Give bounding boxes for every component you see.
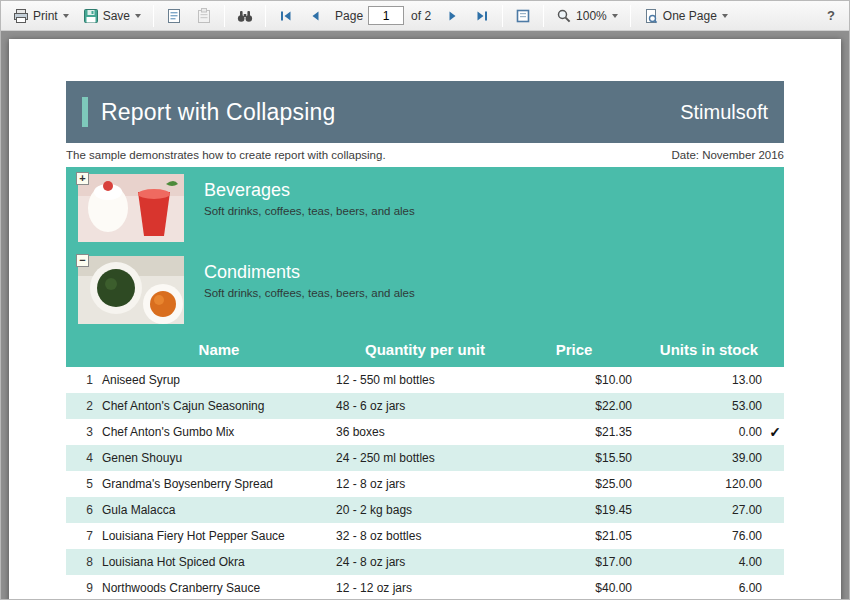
row-stock-wrap: 6.00 ✓ (634, 581, 784, 595)
row-stock-wrap: 27.00 ✓ (634, 503, 784, 517)
separator (630, 5, 631, 27)
report-date: Date: November 2016 (671, 149, 784, 161)
row-quantity: 24 - 8 oz jars (336, 555, 514, 569)
column-header-stock: Units in stock (634, 341, 784, 358)
view-mode-button[interactable]: One Page (637, 4, 734, 28)
row-stock: 6.00 (739, 581, 762, 595)
expand-icon[interactable]: + (76, 172, 89, 185)
print-label: Print (33, 9, 58, 23)
first-page-button[interactable] (272, 4, 300, 28)
separator (502, 5, 503, 27)
row-quantity: 48 - 6 oz jars (336, 399, 514, 413)
print-caret-icon (63, 14, 69, 18)
column-header-quantity: Quantity per unit (336, 341, 514, 358)
page-label: Page (332, 9, 366, 23)
row-name: Aniseed Syrup (102, 373, 336, 387)
table-row: 4 Genen Shouyu 24 - 250 ml bottles $15.5… (66, 445, 784, 471)
next-page-icon (444, 8, 460, 24)
row-name: Gula Malacca (102, 503, 336, 517)
prev-page-icon (308, 8, 324, 24)
row-price: $21.05 (514, 529, 634, 543)
table-header-row: Name Quantity per unit Price Units in st… (66, 331, 784, 367)
page-number-input[interactable] (368, 6, 404, 25)
zoom-value: 100% (576, 9, 607, 23)
magnifier-icon (556, 8, 572, 24)
binoculars-icon (237, 8, 253, 24)
row-stock-wrap: 4.00 ✓ (634, 555, 784, 569)
row-stock: 120.00 (725, 477, 762, 491)
row-quantity: 32 - 8 oz bottles (336, 529, 514, 543)
editor-button[interactable] (509, 4, 537, 28)
row-quantity: 12 - 550 ml bottles (336, 373, 514, 387)
row-name: Genen Shouyu (102, 451, 336, 465)
row-number: 3 (66, 425, 102, 439)
table-row: 7 Louisiana Fiery Hot Pepper Sauce 32 - … (66, 523, 784, 549)
prev-page-button[interactable] (302, 4, 330, 28)
help-button[interactable]: ? (819, 6, 843, 25)
bookmarks-button[interactable] (160, 4, 188, 28)
row-stock: 76.00 (732, 529, 762, 543)
row-price: $10.00 (514, 373, 634, 387)
table-row: 6 Gula Malacca 20 - 2 kg bags $19.45 27.… (66, 497, 784, 523)
row-price: $17.00 (514, 555, 634, 569)
clipboard-icon (196, 8, 212, 24)
next-page-button[interactable] (438, 4, 466, 28)
row-price: $19.45 (514, 503, 634, 517)
separator (265, 5, 266, 27)
report-page: Report with Collapsing Stimulsoft The sa… (9, 39, 841, 600)
page-total-label: of 2 (406, 9, 436, 23)
viewer-area[interactable]: Report with Collapsing Stimulsoft The sa… (1, 31, 849, 600)
row-stock: 53.00 (732, 399, 762, 413)
save-icon (83, 8, 99, 24)
column-header-price: Price (514, 341, 634, 358)
zoom-button[interactable]: 100% (550, 4, 624, 28)
row-stock-wrap: 13.00 ✓ (634, 373, 784, 387)
print-button[interactable]: Print (7, 4, 75, 28)
printer-icon (13, 8, 29, 24)
row-stock: 0.00 (739, 425, 762, 439)
row-quantity: 36 boxes (336, 425, 514, 439)
row-stock: 4.00 (739, 555, 762, 569)
row-number: 5 (66, 477, 102, 491)
row-name: Grandma's Boysenberry Spread (102, 477, 336, 491)
row-stock-wrap: 0.00 ✓ (634, 425, 784, 439)
row-number: 6 (66, 503, 102, 517)
editor-icon (515, 8, 531, 24)
row-name: Louisiana Hot Spiced Okra (102, 555, 336, 569)
save-label: Save (103, 9, 130, 23)
category-name: Beverages (204, 180, 415, 201)
row-stock-wrap: 53.00 ✓ (634, 399, 784, 413)
row-quantity: 24 - 250 ml bottles (336, 451, 514, 465)
category-text: Beverages Soft drinks, coffees, teas, be… (204, 174, 415, 217)
view-mode-label: One Page (663, 9, 717, 23)
parameters-button[interactable] (190, 4, 218, 28)
row-number: 7 (66, 529, 102, 543)
zoom-caret-icon (612, 14, 618, 18)
table-row: 1 Aniseed Syrup 12 - 550 ml bottles $10.… (66, 367, 784, 393)
category-description: Soft drinks, coffees, teas, beers, and a… (204, 205, 415, 217)
row-number: 8 (66, 555, 102, 569)
find-button[interactable] (231, 4, 259, 28)
row-stock: 27.00 (732, 503, 762, 517)
last-page-button[interactable] (468, 4, 496, 28)
report-description: The sample demonstrates how to create re… (66, 149, 386, 161)
row-stock: 39.00 (732, 451, 762, 465)
category-description: Soft drinks, coffees, teas, beers, and a… (204, 287, 415, 299)
category-text: Condiments Soft drinks, coffees, teas, b… (204, 256, 415, 299)
viewer-toolbar: Print Save (1, 1, 849, 31)
check-icon: ✓ (769, 424, 781, 440)
row-stock: 13.00 (732, 373, 762, 387)
bookmarks-icon (166, 8, 182, 24)
row-number: 4 (66, 451, 102, 465)
accent-bar (82, 97, 88, 127)
report-subtitle-row: The sample demonstrates how to create re… (66, 149, 784, 161)
collapse-icon[interactable]: − (76, 254, 89, 267)
table-row: 3 Chef Anton's Gumbo Mix 36 boxes $21.35… (66, 419, 784, 445)
row-number: 2 (66, 399, 102, 413)
separator (224, 5, 225, 27)
row-stock-wrap: 120.00 ✓ (634, 477, 784, 491)
row-price: $25.00 (514, 477, 634, 491)
row-name: Chef Anton's Cajun Seasoning (102, 399, 336, 413)
category-row-condiments: − Condiments Soft drinks, coffees, teas,… (66, 249, 784, 331)
save-button[interactable]: Save (77, 4, 147, 28)
